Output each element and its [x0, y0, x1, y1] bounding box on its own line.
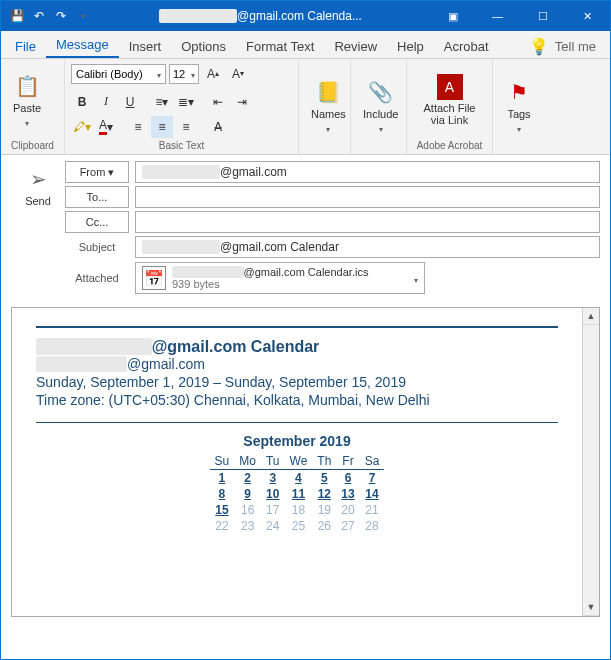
grow-font-icon[interactable]: A▴	[202, 63, 224, 85]
tell-me[interactable]: Tell me	[553, 35, 598, 58]
divider	[36, 326, 558, 328]
indent-button[interactable]: ⇥	[231, 91, 253, 113]
highlight-button[interactable]: 🖍▾	[71, 116, 93, 138]
send-button[interactable]: Send	[25, 195, 51, 207]
clipboard-group-label: Clipboard	[7, 139, 58, 152]
font-name-dropdown[interactable]: Calibri (Body)	[71, 64, 166, 84]
calendar-timezone: Time zone: (UTC+05:30) Chennai, Kolkata,…	[36, 392, 558, 408]
cc-button[interactable]: Cc...	[65, 211, 129, 233]
numbering-button[interactable]: ≣▾	[175, 91, 197, 113]
window-title: xxxxxxxxxxxxx@gmail.com Calenda...	[91, 9, 430, 23]
attachment-item[interactable]: 📅 xxxxxxxxxxxxx@gmail.com Calendar.ics 9…	[135, 262, 425, 294]
paste-button[interactable]: 📋 Paste	[7, 70, 47, 130]
calendar-day[interactable]: 10	[261, 486, 285, 502]
ribbon-display-icon[interactable]: ▣	[430, 1, 475, 31]
calendar-day: 28	[360, 518, 385, 534]
calendar-day[interactable]: 11	[285, 486, 313, 502]
dow-header: Mo	[234, 453, 261, 470]
redo-icon[interactable]: ↷	[53, 8, 69, 24]
bold-button[interactable]: B	[71, 91, 93, 113]
tab-file[interactable]: File	[5, 35, 46, 58]
calendar-day: 27	[336, 518, 359, 534]
calendar-title: xxxxxxxxxxxxx@gmail.com Calendar	[36, 338, 558, 356]
font-color-button[interactable]: A▾	[95, 116, 117, 138]
align-left-button[interactable]: ≡	[127, 116, 149, 138]
adobe-pdf-icon: A	[437, 74, 463, 100]
ribbon-tabs: File Message Insert Options Format Text …	[1, 31, 610, 59]
tab-options[interactable]: Options	[171, 35, 236, 58]
calendar-day[interactable]: 4	[285, 470, 313, 487]
ribbon: 📋 Paste Clipboard Calibri (Body) 12 A▴ A…	[1, 59, 610, 155]
calendar-day[interactable]: 3	[261, 470, 285, 487]
dow-header: Sa	[360, 453, 385, 470]
calendar-day[interactable]: 9	[234, 486, 261, 502]
attach-file-link-button[interactable]: A Attach File via Link	[413, 72, 486, 128]
calendar-day: 20	[336, 502, 359, 518]
calendar-day[interactable]: 2	[234, 470, 261, 487]
attach-icon: 📎	[367, 78, 395, 106]
scroll-up-icon[interactable]: ▲	[583, 308, 599, 325]
clear-formatting-button[interactable]: A̶	[207, 116, 229, 138]
calendar-day[interactable]: 15	[210, 502, 235, 518]
to-input[interactable]	[135, 186, 600, 208]
align-center-button[interactable]: ≡	[151, 116, 173, 138]
calendar-day: 21	[360, 502, 385, 518]
scroll-down-icon[interactable]: ▼	[583, 599, 599, 616]
attachment-name: xxxxxxxxxxxxx@gmail.com Calendar.ics	[172, 266, 408, 278]
save-icon[interactable]: 💾	[9, 8, 25, 24]
tab-review[interactable]: Review	[324, 35, 387, 58]
send-icon[interactable]: ➢	[30, 167, 47, 191]
subject-label: Subject	[65, 241, 129, 253]
underline-button[interactable]: U	[119, 91, 141, 113]
calendar-day[interactable]: 6	[336, 470, 359, 487]
divider	[36, 422, 558, 423]
tab-acrobat[interactable]: Acrobat	[434, 35, 499, 58]
attached-label: Attached	[65, 272, 129, 284]
tab-insert[interactable]: Insert	[119, 35, 172, 58]
shrink-font-icon[interactable]: A▾	[227, 63, 249, 85]
acrobat-group-label: Adobe Acrobat	[413, 139, 486, 152]
dow-header: Tu	[261, 453, 285, 470]
attachment-size: 939 bytes	[172, 278, 408, 290]
qat-dropdown-icon[interactable]	[75, 8, 91, 24]
maximize-button[interactable]: ☐	[520, 1, 565, 31]
tags-button[interactable]: ⚑ Tags	[499, 76, 539, 136]
attachment-dropdown-icon[interactable]	[414, 269, 418, 287]
to-button[interactable]: To...	[65, 186, 129, 208]
dow-header: We	[285, 453, 313, 470]
tab-help[interactable]: Help	[387, 35, 434, 58]
message-body[interactable]: xxxxxxxxxxxxx@gmail.com Calendar xxxxxxx…	[11, 307, 600, 617]
calendar-day[interactable]: 1	[210, 470, 235, 487]
calendar-day[interactable]: 13	[336, 486, 359, 502]
flag-icon: ⚑	[505, 78, 533, 106]
calendar-day[interactable]: 8	[210, 486, 235, 502]
calendar-range: Sunday, September 1, 2019 – Sunday, Sept…	[36, 374, 558, 390]
calendar-day: 23	[234, 518, 261, 534]
undo-icon[interactable]: ↶	[31, 8, 47, 24]
outdent-button[interactable]: ⇤	[207, 91, 229, 113]
calendar-day: 26	[312, 518, 336, 534]
include-button[interactable]: 📎 Include	[357, 76, 404, 136]
tab-format-text[interactable]: Format Text	[236, 35, 324, 58]
names-button[interactable]: 📒 Names	[305, 76, 352, 136]
align-right-button[interactable]: ≡	[175, 116, 197, 138]
calendar-day[interactable]: 12	[312, 486, 336, 502]
tab-message[interactable]: Message	[46, 33, 119, 58]
calendar-day[interactable]: 7	[360, 470, 385, 487]
font-size-dropdown[interactable]: 12	[169, 64, 199, 84]
dow-header: Fr	[336, 453, 359, 470]
bullets-button[interactable]: ≡▾	[151, 91, 173, 113]
calendar-day[interactable]: 5	[312, 470, 336, 487]
minimize-button[interactable]: —	[475, 1, 520, 31]
calendar-day[interactable]: 14	[360, 486, 385, 502]
calendar-email: xxxxxxxxxxxxx@gmail.com	[36, 356, 558, 372]
from-button[interactable]: From ▾	[65, 161, 129, 183]
from-value: xxxxxxxxxxxxx@gmail.com	[135, 161, 600, 183]
close-button[interactable]: ✕	[565, 1, 610, 31]
basictext-group-label: Basic Text	[71, 139, 292, 152]
subject-input[interactable]: xxxxxxxxxxxxx@gmail.com Calendar	[135, 236, 600, 258]
italic-button[interactable]: I	[95, 91, 117, 113]
cc-input[interactable]	[135, 211, 600, 233]
address-book-icon: 📒	[314, 78, 342, 106]
scrollbar[interactable]: ▲ ▼	[582, 308, 599, 616]
